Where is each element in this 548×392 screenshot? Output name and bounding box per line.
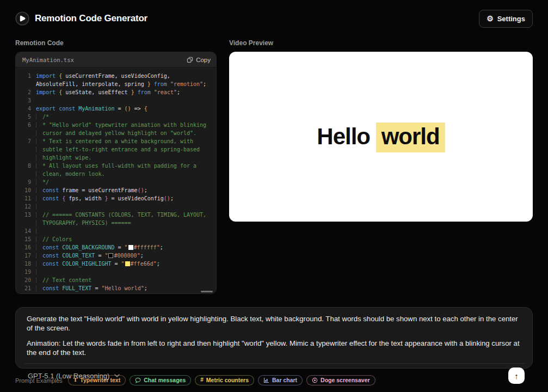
code-panel-header: MyAnimation.tsx Copy bbox=[16, 52, 216, 68]
code-line: 21 const FULL_TEXT = "Hello world"; bbox=[21, 284, 213, 292]
code-line: 4export const MyAnimation = () => { bbox=[21, 105, 213, 113]
target-icon bbox=[312, 377, 318, 383]
code-section-label: Remotion Code bbox=[15, 39, 217, 47]
arrow-up-icon: ↑ bbox=[514, 371, 519, 381]
code-line: 16 const COLOR_BACKGROUND = "#ffffff"; bbox=[21, 243, 213, 252]
bar-chart-icon bbox=[263, 377, 269, 383]
example-pill-label: Bar chart bbox=[272, 377, 297, 383]
app-logo-icon bbox=[15, 11, 29, 26]
example-pill-typewriter-text[interactable]: T Typewriter text bbox=[68, 375, 126, 385]
code-line: 13 // ====== CONSTANTS (COLORS, TEXT, TI… bbox=[21, 211, 213, 219]
chat-bubble-icon bbox=[135, 377, 141, 383]
code-line: 7 * Text is centered on a white backgrou… bbox=[21, 137, 213, 145]
filename-label: MyAnimation.tsx bbox=[22, 57, 74, 63]
code-line: 14 bbox=[21, 227, 213, 235]
settings-button[interactable]: ⚙ Settings bbox=[479, 10, 533, 28]
settings-button-label: Settings bbox=[497, 15, 525, 23]
code-panel: MyAnimation.tsx Copy 1import { useCurren… bbox=[15, 52, 217, 294]
code-line: 1import { useCurrentFrame, useVideoConfi… bbox=[21, 72, 213, 80]
video-preview: Hello world bbox=[229, 52, 533, 222]
example-pill-label: Chat messages bbox=[144, 377, 186, 383]
prompt-examples-label: Prompt Examples bbox=[15, 377, 63, 384]
example-pill-metric-counters[interactable]: # Metric counters bbox=[195, 375, 254, 385]
code-line: 10 const frame = useCurrentFrame(); bbox=[21, 186, 213, 194]
copy-icon bbox=[187, 57, 193, 63]
example-pill-label: Typewriter text bbox=[80, 377, 120, 383]
example-pill-label: Metric counters bbox=[206, 377, 249, 383]
code-editor[interactable]: 1import { useCurrentFrame, useVideoConfi… bbox=[16, 68, 216, 293]
code-line: AbsoluteFill, interpolate, spring } from… bbox=[21, 80, 213, 88]
code-line: 9 */ bbox=[21, 178, 213, 186]
preview-text: Hello world bbox=[317, 124, 445, 150]
code-line: TYPOGRAPHY, PHYSICS) ====== bbox=[21, 219, 213, 227]
code-line: subtle left-to-right entrance and a spri… bbox=[21, 145, 213, 154]
code-line: 6 * "Hello world" typewriter animation w… bbox=[21, 121, 213, 129]
submit-button[interactable]: ↑ bbox=[508, 367, 525, 384]
prompt-input[interactable]: Generate the text "Hello world" with wor… bbox=[16, 308, 532, 363]
hash-icon: # bbox=[200, 377, 204, 383]
example-pill-label: Doge screensaver bbox=[321, 377, 370, 383]
code-line: 18 const COLOR_HIGHLIGHT = "#ffe66d"; bbox=[21, 260, 213, 268]
code-line: 3 bbox=[21, 96, 213, 105]
prompt-input-card[interactable]: Generate the text "Hello world" with wor… bbox=[15, 307, 533, 369]
page-title: Remotion Code Generator bbox=[35, 13, 147, 24]
code-line: 5 /* bbox=[21, 113, 213, 121]
example-pill-chat-messages[interactable]: Chat messages bbox=[130, 375, 191, 385]
prompt-paragraph: Animation: Let the words fade in from le… bbox=[27, 339, 521, 357]
code-line: 17 const COLOR_TEXT = "#000000"; bbox=[21, 252, 213, 260]
header: Remotion Code Generator ⚙ Settings bbox=[15, 0, 533, 28]
code-line: highlight wipe. bbox=[21, 154, 213, 162]
code-line: clean, modern look. bbox=[21, 170, 213, 178]
type-icon: T bbox=[73, 377, 77, 383]
example-pill-bar-chart[interactable]: Bar chart bbox=[258, 375, 303, 385]
code-line: 8 * All layout uses full-width with padd… bbox=[21, 162, 213, 170]
code-line: 2import { useState, useEffect } from "re… bbox=[21, 88, 213, 96]
prompt-paragraph: Generate the text "Hello world" with wor… bbox=[27, 314, 521, 333]
code-line: cursor and delayed yellow highlight on "… bbox=[21, 129, 213, 137]
preview-text-plain: Hello bbox=[317, 124, 375, 149]
code-line: 20 // Text content bbox=[21, 276, 213, 284]
copy-button-label: Copy bbox=[196, 57, 211, 63]
page: Remotion Code Generator ⚙ Settings Remot… bbox=[0, 0, 548, 385]
code-line: 15 // Colors bbox=[21, 235, 213, 243]
horizontal-scrollbar-thumb[interactable] bbox=[201, 291, 213, 292]
code-line: 12 bbox=[21, 203, 213, 211]
code-line: 19 bbox=[21, 268, 213, 276]
preview-highlight: world bbox=[376, 122, 445, 152]
gear-icon: ⚙ bbox=[487, 15, 494, 22]
preview-section-label: Video Preview bbox=[229, 39, 533, 47]
example-pill-doge-screensaver[interactable]: Doge screensaver bbox=[306, 375, 375, 385]
copy-button[interactable]: Copy bbox=[187, 57, 211, 63]
code-line: 11 const { fps, width } = useVideoConfig… bbox=[21, 194, 213, 203]
